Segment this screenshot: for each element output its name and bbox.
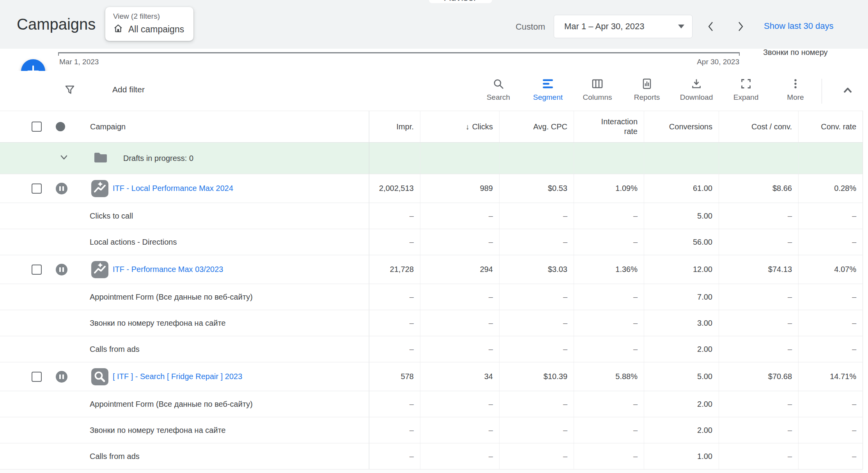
date-range-picker[interactable]: Mar 1 – Apr 30, 2023 [554,15,693,38]
cell-avg-cpc: – [499,391,574,417]
campaign-cell: ITF - Performance Max 03/2023 [0,255,369,284]
segment-row: Appointment Form (Все данные по веб-сайт… [0,284,863,310]
row-checkbox[interactable] [32,372,42,382]
reports-icon [641,78,653,90]
campaign-header-cell[interactable]: Campaign [0,111,369,142]
campaign-cell: Calls from ads [0,443,369,469]
header-conv-rate[interactable]: Conv. rate [798,111,863,142]
segment-label: Clicks to call [90,212,133,221]
paused-status-icon[interactable] [56,264,67,275]
campaign-name-link[interactable]: ITF - Performance Max 03/2023 [113,265,223,274]
cell-impr: 2,002,513 [369,174,420,203]
cell-clicks: – [420,417,499,443]
paused-status-icon[interactable] [56,371,67,383]
header-cost-per-conv[interactable]: Cost / conv. [719,111,798,142]
view-filter-value: All campaigns [128,24,184,35]
campaign-name-link[interactable]: ITF - Local Performance Max 2024 [113,184,233,193]
cell-conversions: 2.00 [644,417,719,443]
header-clicks[interactable]: ↓ Clicks [420,111,499,142]
cell-clicks: – [420,284,499,310]
cell-avg-cpc: $3.03 [499,255,574,284]
cell-avg-cpc: $10.39 [499,362,574,391]
toolbar-download-button[interactable]: Download [679,78,714,102]
segment-row: Calls from ads––––2.00–– [0,336,863,362]
next-row-partial [0,469,863,473]
segment-label: Звонки по номеру телефона на сайте [90,319,226,328]
cell-interaction-rate: – [574,391,644,417]
view-filter-chip[interactable]: View (2 filters) All campaigns [105,7,193,41]
campaign-cell: [ ITF ] - Search [ Fridge Repair ] 2023 [0,362,369,391]
drafts-group-row: Drafts in progress: 0 [0,143,863,174]
segment-label: Calls from ads [90,345,140,354]
filter-funnel-icon[interactable] [64,84,76,98]
segment-label: Appointment Form (Все данные по веб-сайт… [90,400,253,409]
table-header-row: Campaign Impr. ↓ Clicks Avg. CPC Interac… [0,111,863,143]
row-checkbox[interactable] [32,265,42,275]
cell-clicks: – [420,443,499,469]
campaign-cell: Звонки по номеру телефона на сайте [0,310,369,336]
toolbar-more-button[interactable]: More [778,78,813,102]
cell-conv-rate: – [798,336,863,362]
header-interaction-rate[interactable]: Interaction rate [574,111,644,142]
home-icon [113,23,123,35]
chevron-down-icon[interactable] [58,152,70,165]
drafts-group-label: Drafts in progress: 0 [123,154,193,163]
cell-conv-rate: – [798,443,863,469]
campaign-name-link[interactable]: [ ITF ] - Search [ Fridge Repair ] 2023 [113,372,242,381]
cell-impr: – [369,391,420,417]
segment-row: Звонки по номеру телефона на сайте––––3.… [0,310,863,336]
toolbar-columns-button[interactable]: Columns [580,78,615,102]
add-filter-button[interactable]: Add filter [112,85,145,94]
cell-impr: – [369,203,420,229]
campaign-cell: Звонки по номеру телефона на сайте [0,417,369,443]
cell-conv-rate: 4.07% [798,255,863,284]
segment-row: Calls from ads––––1.00–– [0,443,863,469]
cell-cost-per-conv: – [719,336,798,362]
toolbar-actions: Search Segment Columns Reports Download … [481,78,813,102]
campaign-row: ITF - Local Performance Max 20242,002,51… [0,174,863,203]
sort-descending-icon: ↓ [466,122,469,131]
cell-interaction-rate: – [574,229,644,255]
row-checkbox[interactable] [32,184,42,194]
cell-clicks: – [420,203,499,229]
cell-conversions: 56.00 [644,229,719,255]
segment-row: Appointment Form (Все данные по веб-сайт… [0,391,863,417]
select-all-checkbox[interactable] [32,122,42,132]
table-toolbar: Add filter Search Segment Columns Report… [0,71,868,111]
cell-cost-per-conv: – [719,310,798,336]
cell-interaction-rate: – [574,336,644,362]
header-impr[interactable]: Impr. [369,111,420,142]
next-period-button[interactable] [733,19,748,34]
timeline-end-date: Apr 30, 2023 [663,58,739,66]
cell-interaction-rate: – [574,284,644,310]
cell-impr: – [369,336,420,362]
toolbar-segment-button[interactable]: Segment [530,78,565,102]
cell-avg-cpc: – [499,443,574,469]
campaigns-table: Campaign Impr. ↓ Clicks Avg. CPC Interac… [0,111,863,469]
previous-period-button[interactable] [704,19,718,34]
cell-interaction-rate: – [574,417,644,443]
date-mode-label: Custom [502,22,545,32]
toolbar-search-button[interactable]: Search [481,78,516,102]
cell-clicks: 34 [420,362,499,391]
cell-conversions: 1.00 [644,443,719,469]
cell-cost-per-conv: – [719,417,798,443]
page-title: Campaigns [17,16,96,33]
cell-conv-rate: 0.28% [798,174,863,203]
cell-conv-rate: – [798,229,863,255]
cell-cost-per-conv: – [719,391,798,417]
header-avg-cpc[interactable]: Avg. CPC [499,111,574,142]
date-range-value: Mar 1 – Apr 30, 2023 [564,21,678,32]
toolbar-expand-button[interactable]: Expand [728,78,763,102]
header-conversions[interactable]: Conversions [644,111,719,142]
show-last-30-days-link[interactable]: Show last 30 days [764,21,834,31]
chevron-up-icon [839,94,856,100]
cell-conv-rate: – [798,417,863,443]
cell-cost-per-conv: $70.68 [719,362,798,391]
collapse-table-button[interactable] [839,82,856,99]
cell-conversions: 5.00 [644,362,719,391]
paused-status-icon[interactable] [56,183,67,194]
toolbar-reports-button[interactable]: Reports [629,78,664,102]
cell-impr: 578 [369,362,420,391]
folder-icon [94,152,107,164]
